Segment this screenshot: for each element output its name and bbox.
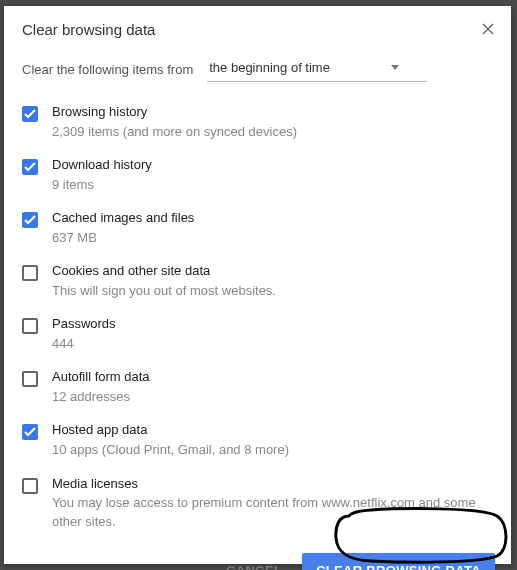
option-checkbox[interactable] (22, 371, 38, 387)
option-row: Download history9 items (22, 149, 493, 202)
option-checkbox[interactable] (22, 318, 38, 334)
option-subtext: 637 MB (52, 229, 493, 247)
chevron-down-icon (391, 65, 399, 70)
time-range-label: Clear the following items from (22, 62, 193, 77)
option-row: Hosted app data10 apps (Cloud Print, Gma… (22, 414, 493, 467)
option-subtext: This will sign you out of most websites. (52, 282, 493, 300)
option-checkbox[interactable] (22, 159, 38, 175)
time-range-select[interactable]: the beginning of time (207, 56, 427, 82)
option-label: Download history (52, 157, 493, 174)
checkmark-icon (24, 215, 36, 225)
option-row: Browsing history2,309 items (and more on… (22, 96, 493, 149)
option-subtext: 10 apps (Cloud Print, Gmail, and 8 more) (52, 441, 493, 459)
clear-data-button[interactable]: CLEAR BROWSING DATA (302, 553, 495, 570)
option-text: Cached images and files637 MB (52, 210, 493, 247)
options-list: Browsing history2,309 items (and more on… (4, 96, 511, 539)
checkmark-icon (24, 162, 36, 172)
option-label: Browsing history (52, 104, 493, 121)
option-subtext: 2,309 items (and more on synced devices) (52, 123, 493, 141)
cancel-button[interactable]: CANCEL (216, 555, 292, 570)
dialog-title: Clear browsing data (22, 21, 155, 38)
option-checkbox[interactable] (22, 424, 38, 440)
option-label: Hosted app data (52, 422, 493, 439)
option-row: Cookies and other site dataThis will sig… (22, 255, 493, 308)
option-row: Passwords444 (22, 308, 493, 361)
option-subtext: 444 (52, 335, 493, 353)
option-checkbox[interactable] (22, 212, 38, 228)
clear-browsing-data-dialog: Clear browsing data Clear the following … (4, 6, 511, 564)
close-icon (482, 23, 494, 35)
option-row: Media licensesYou may lose access to pre… (22, 468, 493, 539)
time-range-value: the beginning of time (209, 60, 330, 75)
option-text: Cookies and other site dataThis will sig… (52, 263, 493, 300)
option-checkbox[interactable] (22, 478, 38, 494)
option-label: Cookies and other site data (52, 263, 493, 280)
option-label: Autofill form data (52, 369, 493, 386)
option-subtext: You may lose access to premium content f… (52, 494, 493, 530)
option-text: Passwords444 (52, 316, 493, 353)
option-text: Hosted app data10 apps (Cloud Print, Gma… (52, 422, 493, 459)
option-row: Cached images and files637 MB (22, 202, 493, 255)
option-text: Media licensesYou may lose access to pre… (52, 476, 493, 531)
option-label: Media licenses (52, 476, 493, 493)
option-row: Autofill form data12 addresses (22, 361, 493, 414)
checkmark-icon (24, 109, 36, 119)
option-subtext: 12 addresses (52, 388, 493, 406)
option-subtext: 9 items (52, 176, 493, 194)
option-text: Browsing history2,309 items (and more on… (52, 104, 493, 141)
option-text: Autofill form data12 addresses (52, 369, 493, 406)
close-button[interactable] (479, 20, 497, 38)
option-text: Download history9 items (52, 157, 493, 194)
checkmark-icon (24, 427, 36, 437)
option-checkbox[interactable] (22, 265, 38, 281)
option-label: Cached images and files (52, 210, 493, 227)
option-label: Passwords (52, 316, 493, 333)
option-checkbox[interactable] (22, 106, 38, 122)
